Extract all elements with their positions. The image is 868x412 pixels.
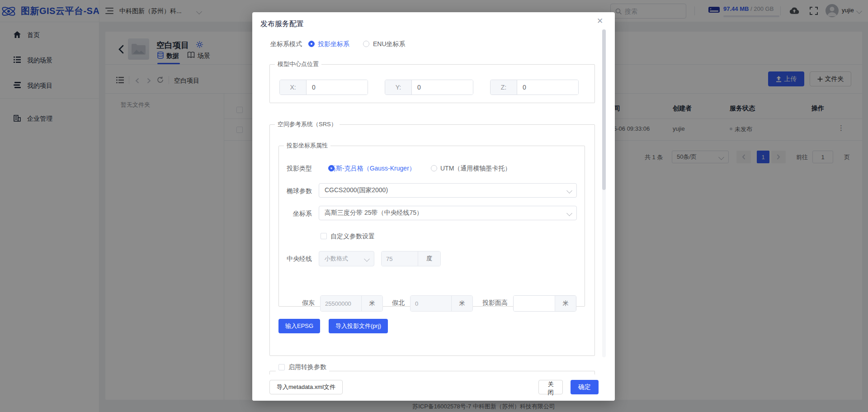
page: 图新GIS云平台-SAAS 中科图新（苏州）科... 97.44 MB / 20…: [0, 0, 868, 412]
central-meridian-label: 中央经线: [270, 255, 312, 263]
import-prj-button[interactable]: 导入投影文件(prj): [329, 319, 388, 333]
ellipsoid-select[interactable]: CGCS2000(国家2000): [319, 183, 577, 198]
meridian-input[interactable]: [382, 251, 418, 266]
radio-projected-crs-label[interactable]: 投影坐标系: [318, 40, 349, 48]
y-input[interactable]: [412, 80, 473, 95]
meridian-field: 度: [381, 251, 441, 266]
false-easting-label: 假东: [302, 299, 315, 307]
transform-checkbox[interactable]: [278, 364, 285, 370]
radio-enu-crs-label[interactable]: ENU坐标系: [373, 40, 406, 48]
x-input[interactable]: [307, 80, 368, 95]
custom-params-label[interactable]: 自定义参数设置: [330, 232, 375, 241]
false-easting-unit: 米: [361, 296, 382, 311]
false-northing-unit: 米: [451, 296, 472, 311]
meridian-format-select[interactable]: 小数格式: [319, 251, 374, 266]
dialog-footer: 导入metadata.xml文件 关闭 确定: [252, 374, 615, 401]
custom-params-checkbox[interactable]: [321, 233, 327, 239]
dialog-title: 发布服务配置: [260, 19, 304, 29]
false-northing-field: 米: [410, 295, 473, 312]
chevron-down-icon: [566, 188, 572, 194]
z-field: Z:: [490, 80, 579, 95]
radio-enu-crs[interactable]: [363, 41, 369, 47]
close-icon[interactable]: ✕: [597, 16, 603, 26]
modal-scrollbar-thumb[interactable]: [602, 29, 606, 190]
chevron-down-icon: [566, 210, 572, 216]
z-label: Z:: [491, 80, 517, 95]
y-label: Y:: [385, 80, 412, 95]
radio-gauss-kruger-label[interactable]: 高斯-克吕格（Gauss-Kruger）: [330, 165, 415, 173]
meridian-format-value: 小数格式: [325, 255, 348, 263]
coord-mode-label: 坐标系模式: [270, 40, 302, 48]
epsg-button[interactable]: 输入EPSG: [278, 319, 320, 333]
projection-height-field: 米: [513, 295, 576, 312]
ellipsoid-label: 椭球参数: [270, 187, 312, 195]
x-field: X:: [279, 80, 368, 95]
false-northing-label: 假北: [392, 299, 405, 307]
confirm-button[interactable]: 确定: [571, 380, 599, 394]
ellipsoid-value: CGCS2000(国家2000): [325, 186, 388, 194]
projection-props-legend: 投影坐标系属性: [284, 142, 330, 149]
false-easting-field: 米: [320, 295, 383, 312]
publish-service-dialog: 发布服务配置 ✕ 坐标系模式 投影坐标系 ENU坐标系 模型中心点位置 X: Y…: [252, 12, 615, 401]
coordsys-label: 坐标系: [270, 210, 312, 218]
y-field: Y:: [385, 80, 473, 95]
projection-height-label: 投影面高: [482, 299, 508, 307]
meridian-unit: 度: [418, 251, 440, 266]
center-point-legend: 模型中心点位置: [275, 61, 321, 68]
coordsys-value: 高斯三度分带 25带（中央经线75）: [325, 209, 423, 217]
z-input[interactable]: [517, 80, 578, 95]
import-metadata-button[interactable]: 导入metadata.xml文件: [269, 380, 343, 394]
x-label: X:: [280, 80, 307, 95]
radio-utm[interactable]: [431, 165, 437, 171]
radio-utm-label[interactable]: UTM（通用横轴墨卡托）: [440, 165, 511, 173]
close-button[interactable]: 关闭: [538, 380, 563, 394]
projection-height-unit: 米: [555, 296, 576, 311]
chevron-down-icon: [364, 256, 370, 262]
projection-height-input[interactable]: [514, 296, 555, 311]
coordsys-select[interactable]: 高斯三度分带 25带（中央经线75）: [319, 206, 577, 220]
transform-label[interactable]: 启用转换参数: [288, 363, 326, 371]
false-northing-input[interactable]: [410, 296, 451, 311]
srs-legend: 空间参考系统（SRS）: [275, 121, 340, 128]
transform-legend: 启用转换参数: [276, 363, 329, 371]
projection-type-label: 投影类型: [270, 165, 312, 173]
radio-projected-crs[interactable]: [308, 41, 315, 47]
false-easting-input[interactable]: [321, 296, 361, 311]
